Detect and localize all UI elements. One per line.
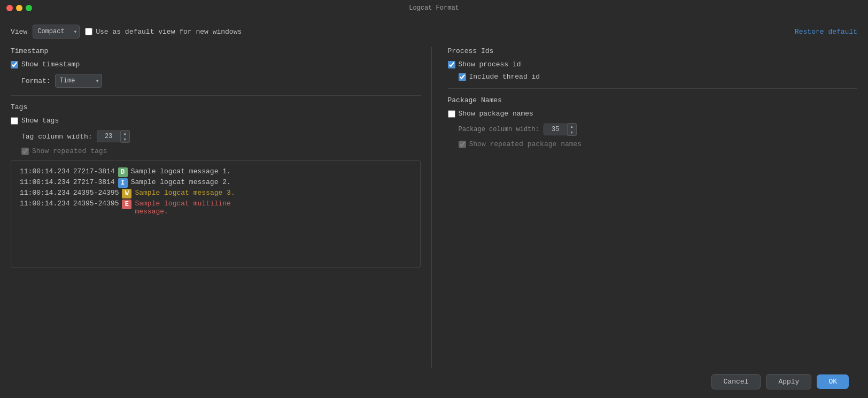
tag-col-down-button[interactable]: ▼ [121,136,129,142]
format-label: Format: [21,77,51,85]
format-select-wrapper: Time Date DateTime Epoch [55,74,102,88]
tag-col-width-label: Tag column width: [21,133,92,141]
show-repeated-pkg-label: Show repeated package names [469,140,582,148]
log-level-badge: I [118,178,128,188]
format-select[interactable]: Time Date DateTime Epoch [55,74,102,88]
include-thread-checkbox[interactable] [459,73,466,81]
view-select-wrapper: Compact Standard Full [33,25,80,39]
view-row: View Compact Standard Full Use as defaul… [11,25,242,39]
log-pid: 27217-3814 [73,178,115,186]
log-level-badge: D [118,167,128,177]
pkg-col-up-button[interactable]: ▲ [568,124,576,129]
log-level-badge: E [122,200,131,209]
main-content: View Compact Standard Full Use as defaul… [0,16,868,398]
package-names-section: Package Names Show package names Package… [448,96,858,148]
package-names-title: Package Names [448,96,858,104]
show-repeated-pkg-checkbox[interactable] [459,141,466,148]
log-message: Sample logcat multiline message. [135,200,230,216]
default-view-label: Use as default view for new windows [96,28,242,36]
tag-col-up-button[interactable]: ▲ [121,131,129,136]
left-column: Timestamp Show timestamp Format: Time Da… [11,47,432,368]
footer-bar: Cancel Apply OK [11,368,857,398]
maximize-button[interactable] [26,5,32,11]
process-ids-title: Process Ids [448,47,858,55]
log-timestamp: 11:00:14.234 [20,167,70,175]
top-bar: View Compact Standard Full Use as defaul… [11,25,857,39]
tag-col-width-input[interactable] [97,131,121,142]
show-repeated-tags-label: Show repeated tags [32,147,107,155]
timestamp-divider [11,95,421,96]
log-timestamp: 11:00:14.234 [20,200,70,208]
close-button[interactable] [6,5,13,11]
show-repeated-tags-row: Show repeated tags [21,147,421,155]
pkg-col-down-button[interactable]: ▼ [568,129,576,135]
log-message: Sample logcat message 2. [131,178,231,186]
apply-button[interactable]: Apply [766,374,811,389]
show-timestamp-row: Show timestamp [11,60,421,68]
log-row: 11:00:14.23427217-3814DSample logcat mes… [20,167,412,177]
minimize-button[interactable] [16,5,22,11]
log-pid: 24395-24395 [73,189,119,197]
pkg-col-width-label: Package column width: [459,126,539,133]
show-package-names-checkbox[interactable] [448,110,455,118]
show-timestamp-checkbox[interactable] [11,61,18,68]
view-label: View [11,28,27,36]
include-thread-row: Include thread id [459,73,858,81]
pkg-col-width-input[interactable] [544,124,568,135]
log-row: 11:00:14.23424395-24395WSample logcat me… [20,189,412,198]
log-message: Sample logcat message 1. [131,167,231,175]
show-timestamp-label: Show timestamp [21,60,80,68]
log-level-badge: W [122,189,131,198]
format-row: Format: Time Date DateTime Epoch [21,74,421,88]
log-timestamp: 11:00:14.234 [20,178,70,186]
log-row: 11:00:14.23424395-24395ESample logcat mu… [20,200,412,216]
show-process-id-row: Show process id [448,60,858,68]
view-select[interactable]: Compact Standard Full [33,25,80,39]
timestamp-title: Timestamp [11,47,421,55]
tags-title: Tags [11,103,421,111]
tag-col-spinner-buttons: ▲ ▼ [121,130,130,143]
cancel-button[interactable]: Cancel [711,374,761,389]
log-pid: 27217-3814 [73,167,115,175]
window-title: Logcat Format [409,4,459,12]
show-repeated-pkg-row: Show repeated package names [459,140,858,148]
ok-button[interactable]: OK [817,374,849,389]
log-row: 11:00:14.23427217-3814ISample logcat mes… [20,178,412,188]
include-thread-label: Include thread id [469,73,540,81]
pkg-col-width-row: Package column width: ▲ ▼ [459,123,858,136]
show-package-names-row: Show package names [448,110,858,118]
tag-col-width-spinner: ▲ ▼ [97,130,130,143]
preview-area: 11:00:14.23427217-3814DSample logcat mes… [11,160,421,267]
show-repeated-tags-checkbox[interactable] [21,148,29,155]
log-timestamp: 11:00:14.234 [20,189,70,197]
show-process-id-label: Show process id [459,60,521,68]
process-ids-section: Process Ids Show process id Include thre… [448,47,858,81]
tags-section: Tags Show tags Tag column width: ▲ ▼ [11,103,421,155]
log-pid: 24395-24395 [73,200,119,208]
show-process-id-checkbox[interactable] [448,61,455,68]
right-column: Process Ids Show process id Include thre… [432,47,858,368]
settings-columns: Timestamp Show timestamp Format: Time Da… [11,47,857,368]
title-bar: Logcat Format [0,0,868,16]
pkg-col-width-spinner: ▲ ▼ [544,123,577,136]
tag-col-width-row: Tag column width: ▲ ▼ [21,130,421,143]
restore-default-button[interactable]: Restore default [795,28,857,36]
window-controls [6,5,32,11]
log-message: Sample logcat message 3. [135,189,235,197]
default-view-row: Use as default view for new windows [85,28,242,36]
show-tags-label: Show tags [21,117,59,125]
show-tags-checkbox[interactable] [11,117,18,125]
show-tags-row: Show tags [11,117,421,125]
show-package-names-label: Show package names [459,110,533,118]
timestamp-section: Timestamp Show timestamp Format: Time Da… [11,47,421,88]
pkg-col-spinner-buttons: ▲ ▼ [568,123,577,136]
default-view-checkbox[interactable] [85,28,92,35]
process-ids-divider [448,88,858,89]
